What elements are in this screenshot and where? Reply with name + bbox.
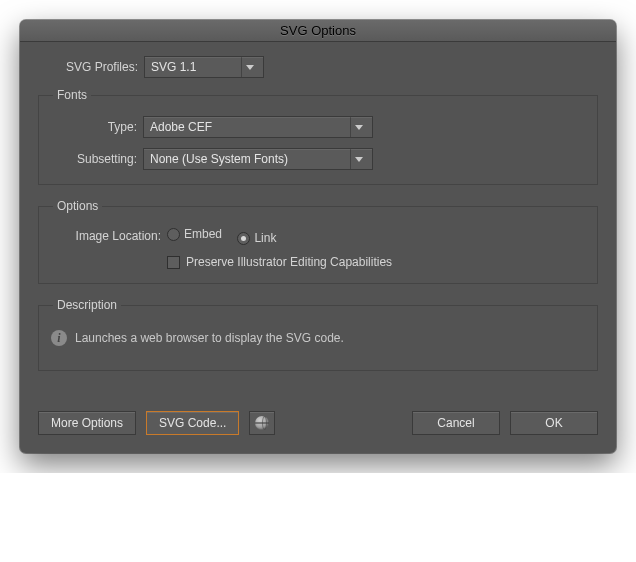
chevron-down-icon [350,117,366,137]
chevron-down-icon [241,57,257,77]
web-preview-button[interactable] [249,411,275,435]
more-options-button[interactable]: More Options [38,411,136,435]
fonts-subsetting-select[interactable]: None (Use System Fonts) [143,148,373,170]
fonts-subsetting-value: None (Use System Fonts) [150,152,344,166]
svg-options-dialog: SVG Options SVG Profiles: SVG 1.1 Fonts … [20,20,616,453]
cancel-button[interactable]: Cancel [412,411,500,435]
fonts-legend: Fonts [53,88,91,102]
fonts-subsetting-label: Subsetting: [51,152,143,166]
preserve-checkbox[interactable]: Preserve Illustrator Editing Capabilitie… [167,255,392,269]
description-row: i Launches a web browser to display the … [51,326,585,346]
ok-button[interactable]: OK [510,411,598,435]
radio-icon [167,228,180,241]
image-location-label: Image Location: [51,229,167,243]
svg-profiles-label: SVG Profiles: [38,60,144,74]
titlebar: SVG Options [20,20,616,42]
image-location-row: Image Location: Embed Link [51,227,585,245]
embed-label: Embed [184,227,222,241]
options-group: Options Image Location: Embed Link [38,199,598,284]
fonts-group: Fonts Type: Adobe CEF Subsetting: None (… [38,88,598,185]
dialog-title: SVG Options [280,23,356,38]
preserve-row: Preserve Illustrator Editing Capabilitie… [51,255,585,269]
svg-profiles-row: SVG Profiles: SVG 1.1 [38,56,598,78]
dialog-content: SVG Profiles: SVG 1.1 Fonts Type: Adobe … [20,42,616,453]
fonts-subsetting-row: Subsetting: None (Use System Fonts) [51,148,585,170]
link-label: Link [254,231,276,245]
button-row: More Options SVG Code... Cancel OK [38,411,598,435]
link-radio[interactable]: Link [237,231,276,245]
checkbox-icon [167,256,180,269]
chevron-down-icon [350,149,366,169]
svg-profiles-select[interactable]: SVG 1.1 [144,56,264,78]
svg-code-button[interactable]: SVG Code... [146,411,239,435]
description-text: Launches a web browser to display the SV… [75,331,344,345]
fonts-type-label: Type: [51,120,143,134]
description-legend: Description [53,298,121,312]
svg-profiles-value: SVG 1.1 [151,60,235,74]
globe-icon [255,416,269,430]
description-group: Description i Launches a web browser to … [38,298,598,371]
image-location-options: Embed Link [167,227,288,245]
preserve-label: Preserve Illustrator Editing Capabilitie… [186,255,392,269]
info-icon: i [51,330,67,346]
embed-radio[interactable]: Embed [167,227,222,241]
fonts-type-row: Type: Adobe CEF [51,116,585,138]
fonts-type-select[interactable]: Adobe CEF [143,116,373,138]
radio-icon [237,232,250,245]
fonts-type-value: Adobe CEF [150,120,344,134]
options-legend: Options [53,199,102,213]
